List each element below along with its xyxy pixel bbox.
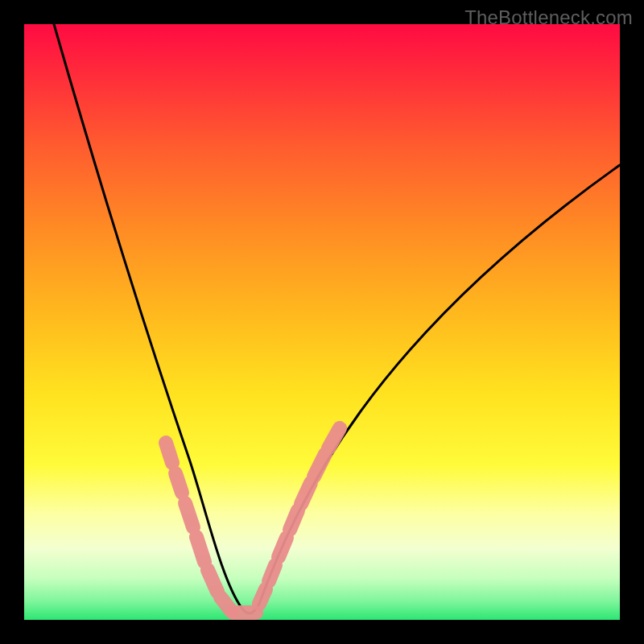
chart-frame: TheBottleneck.com [0,0,644,644]
plot-area [24,24,620,620]
left-marker-band [166,443,232,612]
bottleneck-curve-path [54,24,620,613]
curve-svg [24,24,620,620]
right-marker-band [259,428,340,604]
